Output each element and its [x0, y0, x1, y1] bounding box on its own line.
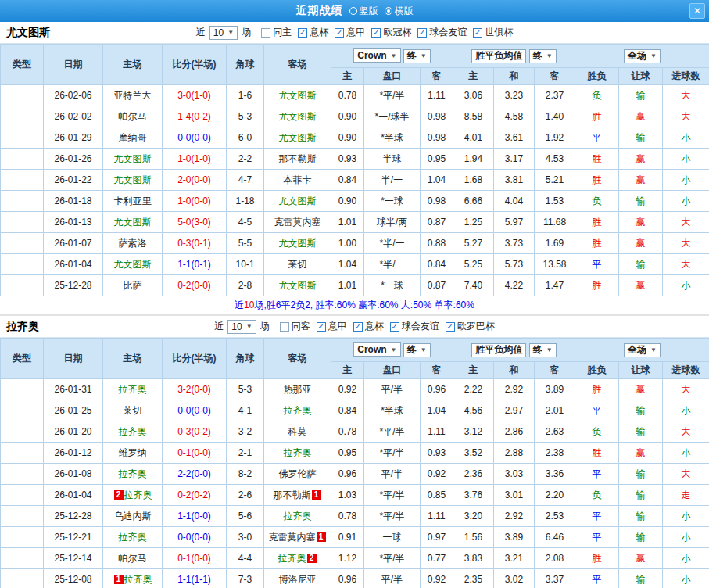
filter-checkbox[interactable]: ✓欧冠杯 [371, 26, 411, 39]
near-count-value: 10 [213, 27, 224, 38]
match-row: 意甲25-12-28乌迪内斯1-1(0-0)5-6拉齐奥0.78*平/半1.11… [1, 506, 709, 527]
radio-horizontal-layout[interactable]: 横版 [385, 5, 414, 18]
near-count-select[interactable]: 10▼ [209, 26, 238, 40]
avg-odds-value: 3.06 [453, 85, 494, 106]
team-name-text: 尤文图斯 [279, 280, 317, 291]
handicap-result-cell: 输 [619, 506, 663, 527]
league-type: 意甲 [1, 548, 44, 569]
avg-stage-select[interactable]: 终▼ [529, 49, 557, 63]
near-count-select[interactable]: 10▼ [227, 320, 256, 334]
filter-checkbox[interactable]: ✓意甲 [317, 320, 347, 333]
result-cell: 平 [575, 506, 619, 527]
handicap-line: *平/半 [364, 443, 421, 464]
odds-value: 0.90 [331, 127, 364, 149]
bookmaker-select[interactable]: Crown▼ [353, 342, 400, 357]
checkbox-unchecked-icon[interactable] [280, 322, 289, 332]
red-card-badge: 2 [307, 554, 317, 563]
handicap-result-cell: 输 [619, 400, 663, 421]
avg-stage-select[interactable]: 终▼ [529, 343, 557, 357]
away-team: 尤文图斯 [264, 233, 331, 254]
match-row: 意甲26-01-25莱切0-0(0-0)4-1拉齐奥0.84*半球1.044.5… [1, 400, 709, 421]
goals-result-cell: 大 [663, 421, 709, 443]
handicap-line: *半/一 [364, 233, 421, 254]
table-body: 意甲26-01-31拉齐奥3-2(0-0)5-3热那亚0.92平/半0.962.… [1, 379, 709, 588]
odds-value: 1.01 [331, 275, 364, 296]
match-row: 意甲26-02-02帕尔马1-4(0-2)5-3尤文图斯0.90*一/球半0.9… [1, 106, 709, 127]
match-date: 26-01-04 [44, 254, 103, 275]
match-date: 26-01-08 [44, 464, 103, 485]
league-type: 意甲 [1, 106, 44, 127]
filter-checkbox[interactable]: ✓意甲 [335, 26, 365, 39]
filter-checkbox[interactable]: ✓球会友谊 [390, 320, 439, 333]
result-cell: 胜 [575, 106, 619, 127]
avg-type-select[interactable]: 胜平负均值 [471, 343, 526, 357]
filter-checkbox[interactable]: ✓欧罗巴杯 [446, 320, 495, 333]
checkbox-checked-icon[interactable]: ✓ [390, 322, 399, 332]
matches-label: 场 [260, 320, 270, 333]
filter-checkbox[interactable]: ✓意杯 [298, 26, 328, 39]
goals-result-cell: 大 [663, 106, 709, 127]
filter-controls: 近 10▼ 场 同主✓意杯✓意甲✓欧冠杯✓球会友谊✓世俱杯 [196, 26, 513, 40]
league-type: 意甲 [1, 527, 44, 548]
corners-score: 5-3 [227, 379, 264, 400]
checkbox-checked-icon[interactable]: ✓ [353, 322, 363, 332]
goals-result-cell: 小 [663, 149, 709, 170]
radio-vertical-layout[interactable]: 竖版 [349, 5, 378, 18]
filter-checkbox[interactable]: 同主 [261, 26, 292, 39]
match-date: 25-12-28 [44, 275, 103, 296]
bookmaker-select[interactable]: Crown▼ [353, 48, 400, 63]
league-type: 欧冠杯 [1, 170, 44, 191]
matches-table: 类型 日期 主场 比分(半场) 角球 客场 Crown▼ 终▼ 胜平负均值 终▼… [0, 338, 709, 588]
goals-result-cell: 小 [663, 443, 709, 464]
handicap-result-cell: 赢 [619, 548, 663, 569]
league-type: 意甲 [1, 569, 44, 588]
handicap-line: 一球 [364, 527, 421, 548]
checkbox-label: 球会友谊 [429, 26, 467, 39]
league-type: 意甲 [1, 506, 44, 527]
checkbox-unchecked-icon[interactable] [261, 28, 270, 38]
team-name-text: 尤文图斯 [279, 195, 317, 206]
avg-type-select[interactable]: 胜平负均值 [471, 49, 526, 63]
checkbox-checked-icon[interactable]: ✓ [417, 28, 427, 38]
checkbox-label: 意甲 [346, 26, 365, 39]
filter-checkbox[interactable]: ✓球会友谊 [417, 26, 467, 39]
scope-select[interactable]: 全场▼ [624, 49, 661, 63]
avg-odds-value: 3.17 [494, 149, 535, 170]
radio-unselected-icon[interactable] [349, 7, 357, 15]
filter-checkbox[interactable]: ✓世俱杯 [473, 26, 513, 39]
avg-odds-value: 3.36 [535, 464, 575, 485]
checkbox-checked-icon[interactable]: ✓ [371, 28, 381, 38]
col-header-corners: 角球 [227, 339, 264, 379]
avg-odds-value: 2.97 [494, 400, 535, 421]
match-date: 26-01-20 [44, 421, 103, 443]
corners-score: 10-1 [227, 254, 264, 275]
col-header-avg-draw: 和 [494, 362, 535, 379]
summary-line: 近10场,胜6平2负2, 胜率:60% 赢率:60% 大:50% 单率:60% [0, 296, 709, 314]
team-name-text: 拉齐奥 [124, 489, 152, 500]
match-score: 1-1(1-1) [163, 569, 227, 588]
match-score: 0-3(0-1) [163, 233, 227, 254]
avg-odds-value: 1.92 [535, 127, 575, 149]
match-date: 26-01-12 [44, 443, 103, 464]
odds-stage-select[interactable]: 终▼ [403, 49, 431, 63]
scope-select[interactable]: 全场▼ [624, 343, 661, 357]
odds-stage-select[interactable]: 终▼ [403, 343, 431, 357]
summary-part: 胜率:60% [315, 299, 358, 310]
checkbox-label: 同主 [273, 26, 292, 39]
close-button[interactable]: ✕ [689, 3, 705, 19]
filter-checkbox[interactable]: ✓意杯 [353, 320, 384, 333]
checkbox-checked-icon[interactable]: ✓ [335, 28, 344, 38]
checkbox-checked-icon[interactable]: ✓ [298, 28, 307, 38]
filter-checkbox[interactable]: 同客 [280, 320, 310, 333]
match-date: 26-01-29 [44, 127, 103, 149]
checkbox-checked-icon[interactable]: ✓ [317, 322, 326, 332]
checkbox-checked-icon[interactable]: ✓ [446, 322, 455, 332]
match-row: 意甲25-12-081拉齐奥1-1(1-1)7-3博洛尼亚0.96平/半0.92… [1, 569, 709, 588]
team-name-text: 拉齐奥 [284, 447, 312, 458]
match-score: 1-0(1-0) [163, 149, 227, 170]
team-name-text: 佛罗伦萨 [279, 468, 317, 479]
radio-selected-icon[interactable] [385, 7, 392, 15]
checkbox-checked-icon[interactable]: ✓ [473, 28, 482, 38]
league-type: 意甲 [1, 275, 44, 296]
away-team: 那不勒斯 [264, 149, 331, 170]
